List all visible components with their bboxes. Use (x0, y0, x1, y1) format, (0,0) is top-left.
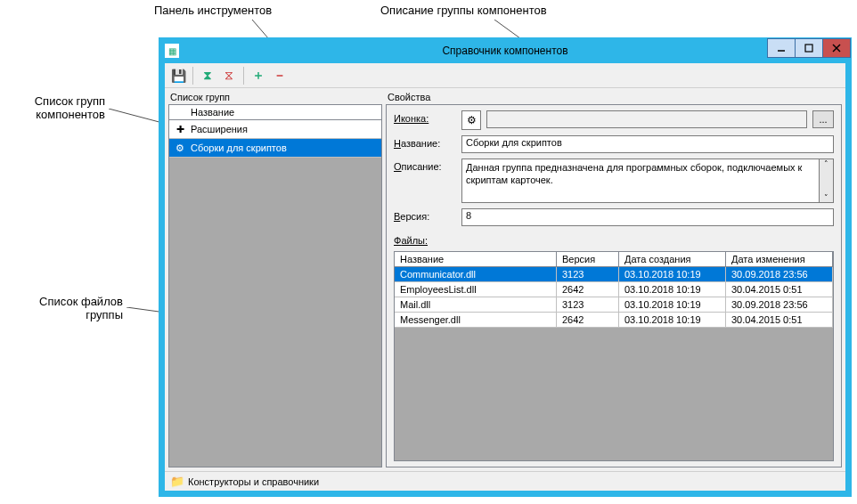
file-cell: 03.10.2018 10:19 (619, 313, 726, 327)
annotation-group-desc: Описание группы компонентов (380, 4, 547, 17)
description-field[interactable]: Данная группа предназначена для программ… (461, 159, 820, 203)
toolbar-separator (243, 67, 244, 85)
name-label: Название: (394, 135, 456, 149)
file-row[interactable]: Communicator.dll312303.10.2018 10:1930.0… (395, 267, 833, 282)
svg-rect-5 (805, 45, 812, 52)
file-cell: 03.10.2018 10:19 (619, 267, 726, 281)
file-cell: 30.09.2018 23:56 (726, 267, 833, 281)
annotation-file-list: Список файлов группы (7, 295, 123, 321)
groups-list: Название ✚Расширения⚙Сборки для скриптов (168, 104, 382, 467)
files-table: Название Версия Дата создания Дата измен… (394, 251, 834, 461)
file-cell: 3123 (557, 267, 619, 281)
file-cell: 3123 (557, 297, 619, 312)
group-row[interactable]: ✚Расширения (169, 120, 381, 139)
annotation-toolbar: Панель инструментов (154, 4, 272, 17)
file-cell: 2642 (557, 282, 619, 297)
file-cell: Communicator.dll (395, 267, 557, 281)
files-label: Файлы: (394, 235, 834, 246)
save-icon: 💾 (171, 69, 186, 83)
file-cell: EmployeesList.dll (395, 282, 557, 297)
props-panel-label: Свойства (386, 92, 842, 102)
icon-browse-button[interactable]: ... (812, 110, 834, 128)
col-version[interactable]: Версия (557, 252, 619, 266)
statusbar-text: Конструкторы и справочники (188, 476, 319, 487)
version-field[interactable]: 8 (461, 208, 834, 226)
add-icon: ＋ (252, 68, 265, 84)
group-row-label: Расширения (191, 124, 248, 134)
maximize-button[interactable] (795, 38, 823, 58)
toolbar: 💾 ⧗ ⧖ ＋ － (165, 63, 845, 88)
scroll-up-icon: ˄ (824, 159, 828, 168)
desc-label: Описание: (394, 159, 456, 172)
statusbar: 📁 Конструкторы и справочники (165, 471, 845, 491)
file-cell: 30.04.2015 0:51 (726, 282, 833, 297)
groups-panel-label: Список групп (168, 92, 382, 102)
folder-icon: 📁 (170, 475, 184, 488)
group-row-label: Сборки для скриптов (191, 142, 287, 153)
app-window: ▦ Справочник компонентов 💾 ⧗ ⧖ ＋ － Списо… (159, 37, 852, 497)
groups-header[interactable]: Название (169, 105, 381, 120)
file-cell: 03.10.2018 10:19 (619, 297, 726, 312)
file-cell: 30.09.2018 23:56 (726, 297, 833, 312)
file-cell: 30.04.2015 0:51 (726, 313, 833, 327)
scroll-down-icon: ˅ (824, 193, 828, 202)
gears-icon: ⚙ (173, 141, 187, 155)
icon-path-field[interactable] (486, 110, 807, 128)
name-field[interactable]: Сборки для скриптов (461, 135, 834, 153)
version-label: Версия: (394, 208, 456, 222)
close-button[interactable] (822, 38, 851, 58)
file-cell: Messenger.dll (395, 313, 557, 327)
remove-button[interactable]: － (270, 66, 290, 85)
file-cell: 03.10.2018 10:19 (619, 282, 726, 297)
gears-icon: ⚙ (467, 114, 477, 126)
titlebar[interactable]: ▦ Справочник компонентов (159, 38, 851, 63)
icon-preview: ⚙ (461, 110, 481, 130)
toolbar-separator (192, 67, 193, 85)
icon-label: Иконка: (394, 110, 456, 124)
flask-out-icon: ⧖ (224, 68, 233, 83)
col-name[interactable]: Название (395, 252, 557, 266)
export-button[interactable]: ⧖ (219, 66, 239, 85)
minimize-button[interactable] (767, 38, 796, 58)
window-title: Справочник компонентов (159, 45, 851, 57)
puzzle-icon: ✚ (173, 122, 187, 136)
col-created[interactable]: Дата создания (619, 252, 726, 266)
remove-icon: － (273, 68, 286, 84)
file-cell: Mail.dll (395, 297, 557, 312)
file-row[interactable]: Mail.dll312303.10.2018 10:1930.09.2018 2… (395, 297, 833, 313)
annotation-group-list: Список групп компонентов (16, 94, 105, 121)
file-row[interactable]: Messenger.dll264203.10.2018 10:1930.04.2… (395, 313, 833, 328)
files-table-header[interactable]: Название Версия Дата создания Дата измен… (395, 252, 833, 267)
file-row[interactable]: EmployeesList.dll264203.10.2018 10:1930.… (395, 282, 833, 297)
file-cell: 2642 (557, 313, 619, 327)
add-button[interactable]: ＋ (249, 66, 268, 85)
description-scrollbar[interactable]: ˄ ˅ (820, 159, 834, 203)
flask-in-icon: ⧗ (203, 68, 212, 83)
col-modified[interactable]: Дата изменения (726, 252, 833, 266)
app-icon: ▦ (165, 44, 179, 58)
import-button[interactable]: ⧗ (198, 66, 217, 85)
save-button[interactable]: 💾 (168, 66, 188, 85)
group-row[interactable]: ⚙Сборки для скриптов (169, 139, 381, 158)
